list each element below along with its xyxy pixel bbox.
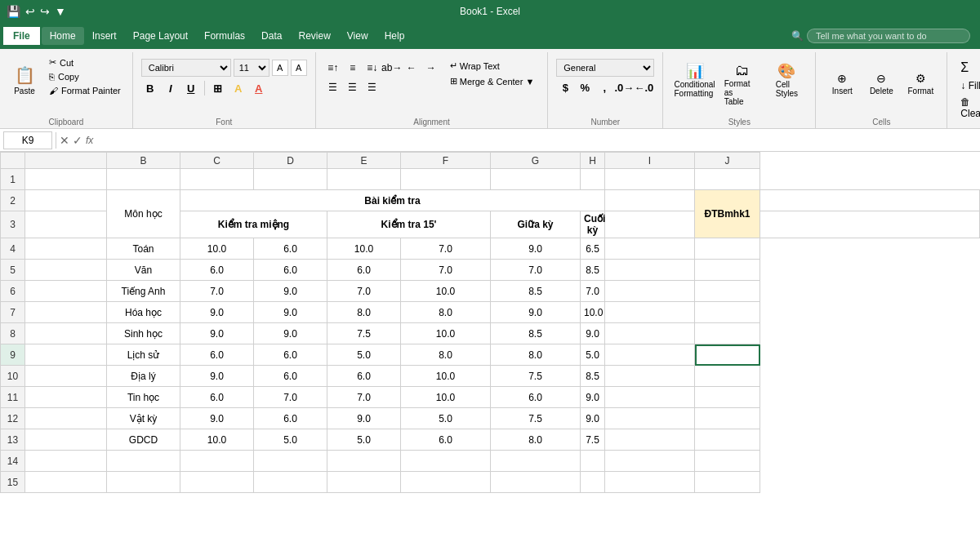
cell-g14[interactable] <box>491 451 581 472</box>
cell-i7[interactable] <box>605 302 695 323</box>
cell-giua-ky[interactable]: Giữa kỳ <box>491 211 581 238</box>
cell-a7[interactable] <box>25 302 107 323</box>
decrease-decimal-button[interactable]: ←.0 <box>635 78 653 96</box>
cell-c12[interactable]: 9.0 <box>180 408 254 429</box>
cell-a14[interactable] <box>25 451 107 472</box>
menu-page-layout[interactable]: Page Layout <box>125 27 196 45</box>
cell-j7[interactable] <box>695 302 760 323</box>
font-name-select[interactable]: Calibri <box>141 59 231 77</box>
wrap-text-button[interactable]: ↵ Wrap Text <box>445 59 540 73</box>
cell-h11[interactable]: 9.0 <box>581 387 605 408</box>
cell-j3[interactable] <box>760 211 980 238</box>
indent-inc-button[interactable]: → <box>422 59 440 77</box>
cell-e1[interactable] <box>327 169 401 190</box>
underline-button[interactable]: U <box>182 79 200 97</box>
cell-j4[interactable] <box>695 238 760 260</box>
cell-a3[interactable] <box>25 211 107 238</box>
cell-k9[interactable] <box>695 344 760 366</box>
cell-styles-button[interactable]: 🎨 CellStyles <box>766 59 807 109</box>
cell-h8[interactable]: 9.0 <box>581 323 605 344</box>
cell-e9[interactable]: 5.0 <box>327 344 401 366</box>
cell-j14[interactable] <box>695 451 760 472</box>
cell-a11[interactable] <box>25 387 107 408</box>
cell-c1[interactable] <box>180 169 254 190</box>
cell-kiemtra-15[interactable]: Kiểm tra 15' <box>327 211 491 238</box>
cell-b8[interactable]: Sinh học <box>107 323 180 344</box>
cell-d12[interactable]: 6.0 <box>254 408 327 429</box>
cell-j2[interactable] <box>760 190 980 211</box>
cell-a2[interactable] <box>25 190 107 211</box>
cell-i6[interactable] <box>605 281 695 302</box>
cancel-formula-icon[interactable]: ✕ <box>60 134 69 147</box>
cell-f14[interactable] <box>401 451 491 472</box>
cell-d8[interactable]: 9.0 <box>254 323 327 344</box>
cell-c11[interactable]: 6.0 <box>180 387 254 408</box>
percent-button[interactable]: % <box>576 78 594 96</box>
search-input[interactable] <box>807 29 970 43</box>
cell-f15[interactable] <box>401 472 491 493</box>
cell-g12[interactable]: 7.5 <box>491 408 581 429</box>
format-button[interactable]: ⚙ Format <box>902 59 938 108</box>
fill-color-button[interactable]: A <box>229 79 247 97</box>
cell-j12[interactable] <box>695 408 760 429</box>
cell-i1[interactable] <box>605 169 695 190</box>
confirm-formula-icon[interactable]: ✓ <box>73 134 82 147</box>
cell-c9[interactable]: 6.0 <box>180 344 254 366</box>
cell-h6[interactable]: 7.0 <box>581 281 605 302</box>
merge-dropdown-icon[interactable]: ▼ <box>525 77 534 87</box>
cell-a6[interactable] <box>25 281 107 302</box>
conditional-formatting-button[interactable]: 📊 ConditionalFormatting <box>671 59 717 109</box>
font-size-decrease[interactable]: A <box>291 60 307 76</box>
cell-g1[interactable] <box>491 169 581 190</box>
cell-i9[interactable] <box>605 344 695 366</box>
cell-c6[interactable]: 7.0 <box>180 281 254 302</box>
menu-review[interactable]: Review <box>290 27 338 45</box>
col-header-c[interactable]: C <box>180 153 254 169</box>
cell-g5[interactable]: 7.0 <box>491 260 581 281</box>
align-bottom-button[interactable]: ≡↓ <box>363 59 381 77</box>
cell-h3[interactable] <box>605 211 695 238</box>
cell-e13[interactable]: 5.0 <box>327 429 401 451</box>
col-header-f[interactable]: F <box>401 153 491 169</box>
cell-c7[interactable]: 9.0 <box>180 302 254 323</box>
cell-b15[interactable] <box>107 472 180 493</box>
cell-i13[interactable] <box>605 429 695 451</box>
menu-insert[interactable]: Insert <box>84 27 125 45</box>
cell-i2[interactable]: ĐTBmhk1 <box>695 190 760 238</box>
cell-b14[interactable] <box>107 451 180 472</box>
cell-d1[interactable] <box>254 169 327 190</box>
increase-decimal-button[interactable]: .0→ <box>615 78 633 96</box>
col-header-i[interactable]: I <box>605 153 695 169</box>
autosum-button[interactable]: Σ <box>956 59 980 77</box>
cell-d7[interactable]: 9.0 <box>254 302 327 323</box>
orient-button[interactable]: ab→ <box>383 59 401 77</box>
cell-e8[interactable]: 7.5 <box>327 323 401 344</box>
insert-function-icon[interactable]: fx <box>86 135 93 146</box>
paste-button[interactable]: 📋 Paste <box>7 56 42 104</box>
copy-button[interactable]: ⎘ Copy <box>44 70 126 83</box>
cell-b5[interactable]: Văn <box>107 260 180 281</box>
number-format-select[interactable]: General <box>556 59 654 77</box>
cell-b1[interactable] <box>107 169 180 190</box>
cell-g8[interactable]: 8.5 <box>491 323 581 344</box>
cell-h1[interactable] <box>581 169 605 190</box>
cell-f10[interactable]: 10.0 <box>401 366 491 387</box>
cell-e12[interactable]: 9.0 <box>327 408 401 429</box>
col-header-b[interactable]: B <box>107 153 180 169</box>
search-area[interactable]: 🔍 <box>791 29 977 43</box>
cell-f4[interactable]: 7.0 <box>401 238 491 260</box>
cell-g13[interactable]: 8.0 <box>491 429 581 451</box>
cell-b9[interactable]: Lịch sử <box>107 344 180 366</box>
cell-g9[interactable]: 8.0 <box>491 344 581 366</box>
cell-h9[interactable]: 5.0 <box>581 344 605 366</box>
cell-reference-input[interactable] <box>3 131 52 149</box>
align-right-button[interactable]: ☰ <box>363 78 381 96</box>
cell-d15[interactable] <box>254 472 327 493</box>
align-left-button[interactable]: ☰ <box>324 78 342 96</box>
cell-f8[interactable]: 10.0 <box>401 323 491 344</box>
cell-a13[interactable] <box>25 429 107 451</box>
cell-d10[interactable]: 6.0 <box>254 366 327 387</box>
comma-button[interactable]: , <box>595 78 613 96</box>
cell-c5[interactable]: 6.0 <box>180 260 254 281</box>
col-header-g[interactable]: G <box>491 153 581 169</box>
